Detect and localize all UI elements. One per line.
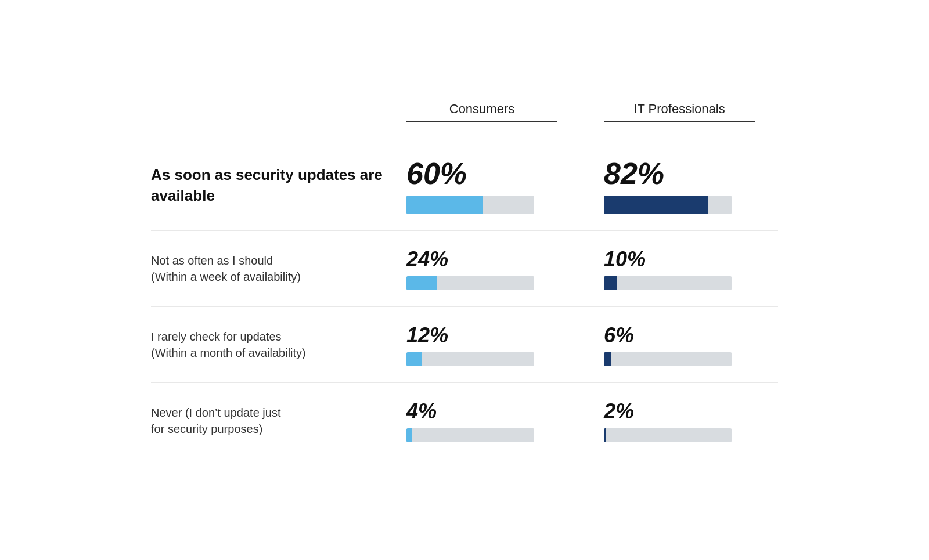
row-immediate: As soon as security updates are availabl… — [151, 140, 778, 230]
row-immediate-it-data: 82% — [604, 156, 755, 214]
data-rows: As soon as security updates are availabl… — [151, 140, 778, 458]
row-week-it-percentage: 10% — [604, 247, 646, 272]
row-month: I rarely check for updates(Within a mont… — [151, 306, 778, 382]
row-week: Not as often as I should(Within a week o… — [151, 230, 778, 306]
row-never-it-percentage: 2% — [604, 399, 634, 424]
row-never-it-data: 2% — [604, 399, 755, 442]
row-immediate-label: As soon as security updates are availabl… — [151, 164, 406, 207]
row-immediate-consumers-bar — [406, 196, 534, 214]
chart-container: Consumers IT Professionals As soon as se… — [116, 78, 813, 482]
row-never-consumers-data: 4% — [406, 399, 557, 442]
row-immediate-it-percentage: 82% — [604, 156, 664, 191]
row-never-consumers-percentage: 4% — [406, 399, 437, 424]
it-header: IT Professionals — [604, 102, 755, 122]
row-week-consumers-data: 24% — [406, 247, 557, 290]
row-week-it-data: 10% — [604, 247, 755, 290]
row-month-label: I rarely check for updates(Within a mont… — [151, 328, 406, 361]
row-immediate-consumers-data: 60% — [406, 156, 557, 214]
row-never-consumers-bar — [406, 428, 534, 442]
row-month-consumers-bar — [406, 352, 534, 366]
row-week-it-bar — [604, 276, 732, 290]
row-month-it-bar — [604, 352, 732, 366]
row-immediate-it-bar — [604, 196, 732, 214]
row-week-label: Not as often as I should(Within a week o… — [151, 252, 406, 285]
row-never: Never (I don’t update justfor security p… — [151, 382, 778, 458]
row-month-consumers-percentage: 12% — [406, 323, 448, 348]
row-month-consumers-data: 12% — [406, 323, 557, 366]
row-never-it-bar — [604, 428, 732, 442]
row-week-consumers-percentage: 24% — [406, 247, 448, 272]
row-week-consumers-bar — [406, 276, 534, 290]
consumers-header: Consumers — [406, 102, 557, 122]
row-immediate-consumers-percentage: 60% — [406, 156, 467, 191]
row-month-it-percentage: 6% — [604, 323, 634, 348]
row-month-it-data: 6% — [604, 323, 755, 366]
header-row: Consumers IT Professionals — [151, 102, 778, 122]
row-never-label: Never (I don’t update justfor security p… — [151, 404, 406, 437]
